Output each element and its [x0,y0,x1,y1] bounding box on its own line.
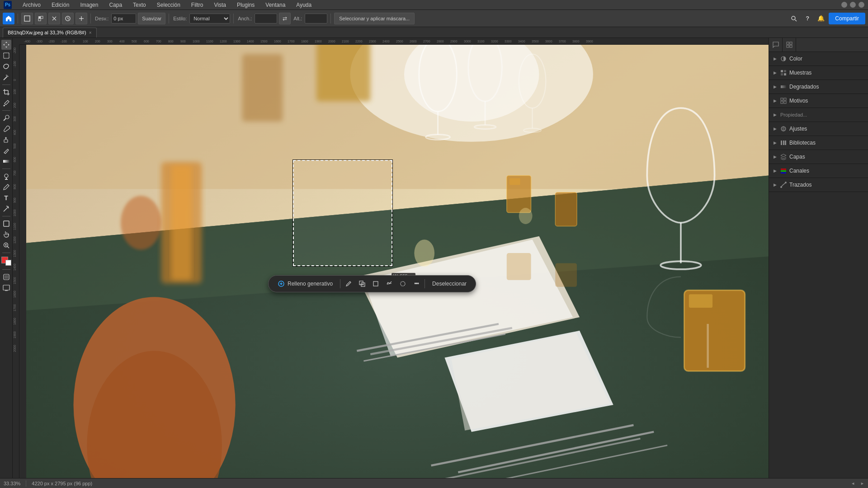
properties-panel-section[interactable]: ▶ Propiedad... [769,108,868,122]
tool-options-4[interactable] [62,13,74,24]
suavizar-btn[interactable]: Suavizar [138,13,165,24]
menu-seleccion[interactable]: Selección [155,1,182,9]
sel-subtract-btn[interactable] [356,277,368,290]
generative-fill-btn[interactable]: Relleno generativo [272,277,338,290]
quick-mask-tool[interactable] [1,272,11,282]
shape-tool[interactable] [1,219,11,229]
channels-panel-section[interactable]: ▶ Canales [769,164,868,178]
gradient-tool[interactable] [1,156,11,166]
menu-filtro[interactable]: Filtro [189,1,205,9]
screen-mode-tool[interactable] [1,283,11,293]
gradients-section-header[interactable]: ▶ Degradados [769,80,868,94]
deselect-btn[interactable]: Deseleccionar [427,277,472,290]
tool-options-1[interactable] [21,13,33,24]
search-icon-btn[interactable] [788,13,800,24]
minimize-btn[interactable] [841,2,847,8]
text-tool[interactable]: T [1,193,11,203]
seleccionar-mascara-btn[interactable]: Seleccionar y aplicar máscara... [334,13,415,24]
sel-more-btn[interactable]: ••• [410,277,423,290]
document-tab[interactable]: B81hqDXw.jpeg al 33,3% (RGB/8#) × [3,28,97,38]
compartir-btn[interactable]: Compartir [829,13,865,24]
menu-ventana[interactable]: Ventana [264,1,287,9]
scroll-left-arrow[interactable]: ◄ [851,481,855,486]
eraser-tool[interactable] [1,145,11,155]
scroll-right-arrow[interactable]: ► [860,481,864,486]
sel-sep-2 [425,279,425,288]
color-panel-section[interactable]: ▶ Color [769,52,868,66]
pen-tool[interactable] [1,182,11,192]
menu-texto[interactable]: Texto [131,1,148,9]
svg-text:1500: 1500 [260,40,268,43]
toolbar-sep-5 [330,14,331,23]
svg-rect-2 [41,16,43,19]
home-btn[interactable] [3,13,14,24]
svg-text:3800: 3800 [572,40,580,43]
menu-ayuda[interactable]: Ayuda [294,1,313,9]
move-tool[interactable] [1,40,11,50]
crop-tool[interactable] [1,87,11,97]
libraries-panel-section[interactable]: ▶ Bibliotecas [769,136,868,150]
help-icon-btn[interactable]: ? [802,13,813,24]
menu-archivo[interactable]: Archivo [21,1,42,9]
swatches-panel-section[interactable]: ▶ Muestras [769,66,868,80]
layers-panel-section[interactable]: ▶ Capas [769,150,868,164]
swatches-icon [780,70,787,76]
estilo-label: Estilo: [173,16,187,21]
spot-heal-tool[interactable] [1,113,11,123]
anch-label: Anch.: [238,16,252,21]
menu-vista[interactable]: Vista [212,1,227,9]
brush-tool[interactable] [1,124,11,134]
background-color[interactable] [5,260,11,266]
swatches-section-header[interactable]: ▶ Muestras [769,66,868,80]
properties-section-header[interactable]: ▶ Propiedad... [769,108,868,122]
layers-section-label: Capas [789,154,805,160]
maximize-btn[interactable] [850,2,856,8]
anch-input[interactable] [255,14,277,23]
sel-square-btn[interactable] [369,277,382,290]
libraries-section-header[interactable]: ▶ Bibliotecas [769,136,868,150]
sel-transform-btn[interactable] [383,277,396,290]
magic-wand-tool[interactable] [1,72,11,82]
tool-options-2[interactable] [35,13,47,24]
tab-close-btn[interactable]: × [89,30,92,35]
menu-imagen[interactable]: Imagen [78,1,100,9]
clone-stamp-tool[interactable] [1,135,11,145]
eyedropper-tool[interactable] [1,98,11,108]
panel-grid-icon[interactable] [783,38,796,52]
properties-chevron: ▶ [774,113,777,117]
adjustments-section-header[interactable]: ▶ Ajustes [769,122,868,136]
gradients-panel-section[interactable]: ▶ Degradados [769,80,868,94]
lasso-tool[interactable] [1,61,11,71]
sel-circle-btn[interactable] [396,277,409,290]
marquee-tool[interactable] [1,51,11,61]
tool-options-3[interactable] [48,13,60,24]
photo-svg [26,45,769,482]
patterns-panel-section[interactable]: ▶ Motivos [769,94,868,108]
menu-capa[interactable]: Capa [107,1,124,9]
subtract-icon [359,281,365,287]
alt-input[interactable] [305,14,327,23]
svg-text:100: 100 [13,89,16,94]
menu-edicion[interactable]: Edición [50,1,71,9]
channels-section-header[interactable]: ▶ Canales [769,164,868,178]
menu-plugins[interactable]: Plugins [235,1,256,9]
close-btn[interactable] [859,2,864,8]
hand-tool[interactable] [1,230,11,239]
adjustments-panel-section[interactable]: ▶ Ajustes [769,122,868,136]
patterns-section-header[interactable]: ▶ Motivos [769,94,868,108]
estilo-select[interactable]: Normal Relación de aspecto fija Tamaño f… [189,14,230,23]
dodge-tool[interactable] [1,171,11,181]
zoom-tool[interactable] [1,240,11,250]
swap-icon[interactable]: ⇄ [279,13,291,24]
paths-section-header[interactable]: ▶ Trazados [769,178,868,192]
desv-input[interactable] [111,14,136,23]
panel-chat-icon[interactable] [769,38,783,52]
sel-pencil-btn[interactable] [342,277,355,290]
color-section-header[interactable]: ▶ Color [769,52,868,66]
paths-panel-section[interactable]: ▶ Trazados [769,178,868,192]
canvas-image [26,45,769,482]
layers-section-header[interactable]: ▶ Capas [769,150,868,164]
notification-icon-btn[interactable]: 🔔 [815,13,827,24]
tool-options-5[interactable] [75,13,87,24]
path-select-tool[interactable] [1,204,11,214]
